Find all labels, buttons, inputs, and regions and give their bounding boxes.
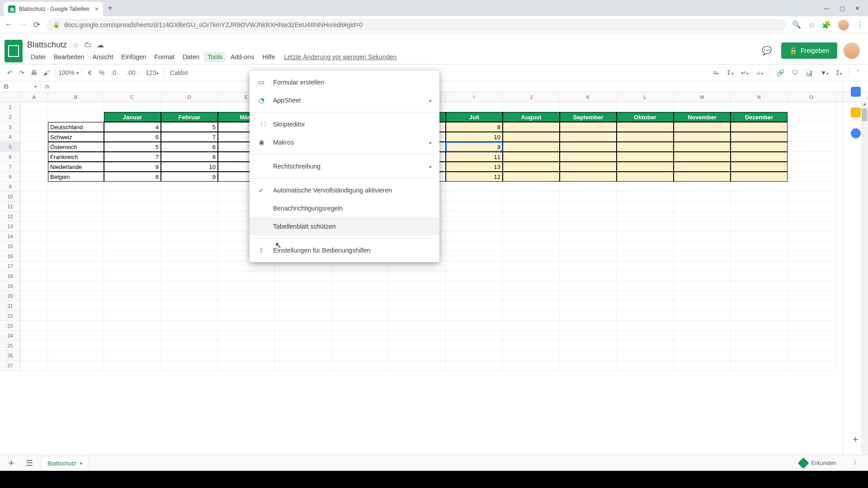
data-cell[interactable]: 12 (446, 172, 503, 182)
cell[interactable] (21, 102, 48, 112)
share-button[interactable]: 🔒 Freigeben (781, 42, 837, 59)
data-cell[interactable] (503, 162, 560, 172)
cell[interactable] (161, 311, 218, 321)
cell[interactable] (674, 361, 731, 371)
cell[interactable] (731, 361, 788, 371)
month-header[interactable]: Januar (104, 112, 161, 122)
cell[interactable] (104, 281, 161, 291)
cell[interactable] (21, 331, 48, 341)
cell[interactable] (104, 331, 161, 341)
menu-item-ansicht[interactable]: Ansicht (89, 52, 117, 62)
menu-item-bearbeiten[interactable]: Bearbeiten (50, 52, 88, 62)
cell[interactable] (104, 351, 161, 361)
country-cell[interactable]: Belgien (48, 172, 104, 182)
cell[interactable] (389, 301, 446, 311)
country-cell[interactable]: Schweiz (48, 132, 104, 142)
select-all-corner[interactable] (0, 92, 20, 102)
cell[interactable] (21, 241, 48, 251)
data-cell[interactable] (731, 122, 788, 132)
cell[interactable] (21, 281, 48, 291)
sheet-nav-right[interactable]: 〉 (850, 456, 863, 470)
paint-format-button[interactable]: 🖌 (41, 67, 52, 78)
row-header[interactable]: 24 (0, 331, 20, 341)
cell[interactable] (788, 251, 835, 261)
text-wrap-button[interactable]: ↵▾ (738, 67, 751, 78)
cell[interactable] (731, 211, 788, 221)
cell[interactable] (21, 112, 48, 122)
cell[interactable] (731, 301, 788, 311)
row-header[interactable]: 19 (0, 281, 20, 291)
cell[interactable] (731, 341, 788, 351)
column-header[interactable]: B (48, 92, 104, 102)
cell[interactable] (674, 301, 731, 311)
cell[interactable] (104, 241, 161, 251)
data-cell[interactable]: 11 (446, 152, 503, 162)
cell[interactable] (674, 271, 731, 281)
cell[interactable] (617, 301, 674, 311)
cell[interactable] (161, 361, 218, 371)
cell[interactable] (161, 301, 218, 311)
cell[interactable] (104, 182, 161, 192)
print-button[interactable]: 🖶 (28, 67, 40, 78)
cell[interactable] (617, 341, 674, 351)
explore-button[interactable]: Erkunden (799, 459, 845, 467)
cell[interactable] (731, 192, 788, 202)
cell[interactable] (104, 321, 161, 331)
data-cell[interactable]: 7 (161, 132, 218, 142)
column-header[interactable]: O (788, 92, 835, 102)
data-cell[interactable] (560, 132, 617, 142)
cell[interactable] (21, 321, 48, 331)
cell[interactable] (161, 271, 218, 281)
cell[interactable] (788, 321, 835, 331)
cell[interactable] (218, 291, 275, 301)
cell[interactable] (674, 251, 731, 261)
cell[interactable] (617, 351, 674, 361)
account-avatar[interactable] (844, 42, 860, 59)
cell[interactable] (731, 221, 788, 231)
cell[interactable] (788, 202, 835, 211)
cell[interactable] (48, 351, 104, 361)
cell[interactable] (503, 251, 560, 261)
cell[interactable] (503, 192, 560, 202)
extensions-icon[interactable]: 🧩 (822, 20, 831, 29)
cell[interactable] (503, 361, 560, 371)
percent-button[interactable]: % (96, 67, 107, 78)
cell[interactable] (731, 321, 788, 331)
cell[interactable] (446, 102, 503, 112)
data-cell[interactable]: 8 (446, 122, 503, 132)
cell[interactable] (503, 231, 560, 241)
cell[interactable] (332, 291, 389, 301)
cell[interactable] (674, 182, 731, 192)
zoom-icon[interactable]: 🔍 (792, 20, 801, 29)
data-cell[interactable] (503, 172, 560, 182)
data-cell[interactable] (731, 132, 788, 142)
cell[interactable] (332, 271, 389, 281)
filter-button[interactable]: ▼▾ (817, 67, 831, 78)
menu-protect-sheet[interactable]: Tabellenblatt schützen (250, 217, 439, 235)
cell[interactable] (104, 211, 161, 221)
cell[interactable] (446, 261, 503, 271)
cell[interactable] (788, 132, 835, 142)
cell[interactable] (48, 261, 104, 271)
cell[interactable] (788, 102, 835, 112)
cell[interactable] (788, 142, 835, 152)
browser-tab[interactable]: ▦ Blattschutz - Google Tabellen × (4, 2, 103, 16)
cell[interactable] (389, 351, 446, 361)
cell[interactable] (275, 311, 332, 321)
cell[interactable] (560, 202, 617, 211)
row-header[interactable]: 7 (0, 162, 20, 172)
collapse-toolbar-button[interactable]: ˆ (853, 67, 863, 78)
data-cell[interactable]: 5 (104, 142, 161, 152)
comments-button[interactable]: 💬 (759, 42, 775, 59)
cell[interactable] (731, 251, 788, 261)
cell[interactable] (503, 271, 560, 281)
row-header[interactable]: 27 (0, 361, 20, 371)
cell[interactable] (446, 301, 503, 311)
cell[interactable] (446, 311, 503, 321)
cell[interactable] (617, 251, 674, 261)
row-header[interactable]: 5 (0, 142, 20, 152)
data-cell[interactable] (674, 132, 731, 142)
menu-autocomplete[interactable]: ✓ Automatische Vervollständigung aktivie… (250, 181, 439, 199)
data-cell[interactable] (617, 172, 674, 182)
menu-create-form[interactable]: ▭ Formular erstellen (250, 73, 439, 91)
